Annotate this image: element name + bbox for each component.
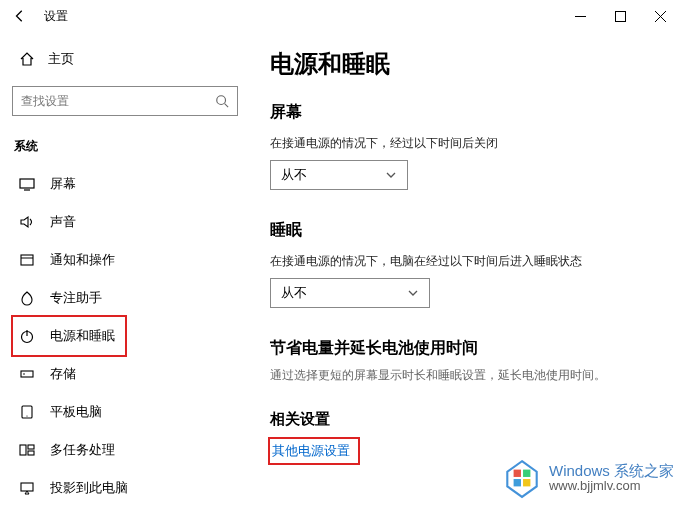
app-body: 主页 系统 屏幕 声音 通知和操作 专注助手 电源和睡眠	[0, 32, 680, 505]
section-sleep-title: 睡眠	[270, 220, 680, 241]
notification-icon	[18, 252, 36, 268]
multitask-icon	[18, 442, 36, 458]
minimize-icon	[575, 11, 586, 22]
sidebar-item-label: 屏幕	[50, 175, 76, 193]
svg-rect-16	[28, 451, 34, 455]
sidebar-item-display[interactable]: 屏幕	[12, 165, 238, 203]
project-icon	[18, 480, 36, 496]
svg-rect-10	[21, 371, 33, 377]
section-screen-title: 屏幕	[270, 102, 680, 123]
storage-icon	[18, 366, 36, 382]
watermark-text: Windows 系统之家 www.bjjmlv.com	[549, 463, 674, 494]
minimize-button[interactable]	[560, 0, 600, 32]
close-button[interactable]	[640, 0, 680, 32]
power-icon	[18, 328, 36, 344]
maximize-button[interactable]	[600, 0, 640, 32]
sidebar-item-label: 平板电脑	[50, 403, 102, 421]
svg-rect-21	[523, 479, 530, 486]
watermark: Windows 系统之家 www.bjjmlv.com	[501, 457, 674, 499]
back-button[interactable]	[8, 4, 32, 28]
main-content: 电源和睡眠 屏幕 在接通电源的情况下，经过以下时间后关闭 从不 睡眠 在接通电源…	[250, 32, 680, 505]
search-input[interactable]	[21, 94, 215, 108]
svg-rect-20	[514, 479, 521, 486]
svg-rect-4	[20, 179, 34, 188]
svg-point-13	[26, 415, 27, 416]
watermark-logo-icon	[501, 457, 543, 499]
window-controls	[560, 0, 680, 32]
sleep-timeout-dropdown[interactable]: 从不	[270, 278, 430, 308]
chevron-down-icon	[407, 287, 419, 299]
additional-power-settings-link[interactable]: 其他电源设置	[272, 442, 350, 460]
display-icon	[18, 176, 36, 192]
section-screen-desc: 在接通电源的情况下，经过以下时间后关闭	[270, 135, 680, 152]
tablet-icon	[18, 404, 36, 420]
svg-rect-19	[523, 470, 530, 477]
svg-rect-1	[615, 11, 625, 21]
watermark-line2: www.bjjmlv.com	[549, 479, 674, 493]
maximize-icon	[615, 11, 626, 22]
section-related-title: 相关设置	[270, 410, 680, 429]
section-battery-title: 节省电量并延长电池使用时间	[270, 338, 680, 359]
svg-line-3	[225, 104, 229, 108]
sidebar-item-notifications[interactable]: 通知和操作	[12, 241, 238, 279]
screen-timeout-dropdown[interactable]: 从不	[270, 160, 408, 190]
sidebar-item-label: 电源和睡眠	[50, 327, 115, 345]
sidebar-item-label: 声音	[50, 213, 76, 231]
sound-icon	[18, 214, 36, 230]
link-highlight-box: 其他电源设置	[268, 437, 360, 465]
svg-rect-17	[21, 483, 33, 491]
sidebar-item-label: 投影到此电脑	[50, 479, 128, 497]
svg-rect-14	[20, 445, 26, 455]
sidebar-item-sound[interactable]: 声音	[12, 203, 238, 241]
sidebar-item-storage[interactable]: 存储	[12, 355, 238, 393]
close-icon	[655, 11, 666, 22]
sidebar-item-power[interactable]: 电源和睡眠	[12, 317, 238, 355]
home-icon	[18, 51, 36, 67]
section-sleep-desc: 在接通电源的情况下，电脑在经过以下时间后进入睡眠状态	[270, 253, 680, 270]
dropdown-value: 从不	[281, 284, 307, 302]
back-arrow-icon	[13, 9, 27, 23]
sidebar-item-label: 多任务处理	[50, 441, 115, 459]
titlebar: 设置	[0, 0, 680, 32]
watermark-line1: Windows 系统之家	[549, 463, 674, 480]
sidebar-item-focus[interactable]: 专注助手	[12, 279, 238, 317]
search-box[interactable]	[12, 86, 238, 116]
svg-rect-6	[21, 255, 33, 265]
sidebar-item-label: 通知和操作	[50, 251, 115, 269]
dropdown-value: 从不	[281, 166, 307, 184]
svg-point-11	[23, 373, 25, 375]
sidebar-home-label: 主页	[48, 50, 74, 68]
page-heading: 电源和睡眠	[270, 48, 680, 80]
window-title: 设置	[44, 8, 68, 25]
sidebar-home[interactable]: 主页	[12, 42, 238, 76]
sidebar-item-projecting[interactable]: 投影到此电脑	[12, 469, 238, 505]
focus-icon	[18, 290, 36, 306]
svg-rect-18	[514, 470, 521, 477]
search-icon	[215, 94, 229, 108]
sidebar-item-label: 专注助手	[50, 289, 102, 307]
sidebar-group-header: 系统	[12, 138, 238, 155]
chevron-down-icon	[385, 169, 397, 181]
sidebar-item-multitasking[interactable]: 多任务处理	[12, 431, 238, 469]
sidebar-item-label: 存储	[50, 365, 76, 383]
section-battery-desc: 通过选择更短的屏幕显示时长和睡眠设置，延长电池使用时间。	[270, 367, 680, 384]
sidebar-item-tablet[interactable]: 平板电脑	[12, 393, 238, 431]
sidebar: 主页 系统 屏幕 声音 通知和操作 专注助手 电源和睡眠	[0, 32, 250, 505]
svg-rect-15	[28, 445, 34, 449]
svg-point-2	[217, 96, 226, 105]
